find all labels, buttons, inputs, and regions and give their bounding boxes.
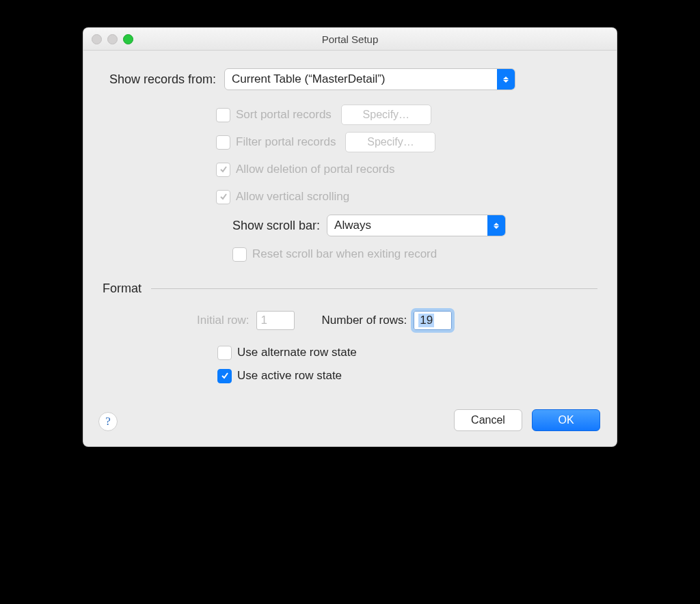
alt-row-label: Use alternate row state xyxy=(237,346,357,359)
options-block: Sort portal records Specify… Filter port… xyxy=(216,101,597,268)
initial-row-field[interactable]: 1 xyxy=(256,311,295,330)
content-area: Show records from: Current Table (“Maste… xyxy=(83,51,617,400)
cancel-button[interactable]: Cancel xyxy=(454,409,522,431)
allow-scroll-checkbox[interactable] xyxy=(216,190,230,204)
allow-scroll-label: Allow vertical scrolling xyxy=(236,190,349,204)
allow-scroll-row: Allow vertical scrolling xyxy=(216,183,597,210)
reset-scroll-label: Reset scroll bar when exiting record xyxy=(252,247,437,261)
show-records-row: Show records from: Current Table (“Maste… xyxy=(103,68,597,90)
show-records-value: Current Table (“MasterDetail”) xyxy=(232,72,386,86)
scrollbar-value: Always xyxy=(334,219,371,232)
active-row-label: Use active row state xyxy=(237,369,342,383)
active-row-state-row: Use active row state xyxy=(217,364,597,387)
stepper-icon xyxy=(487,215,505,236)
scrollbar-popup[interactable]: Always xyxy=(327,215,506,236)
window-title: Portal Setup xyxy=(83,33,617,45)
sort-records-row: Sort portal records Specify… xyxy=(216,101,597,128)
divider xyxy=(151,288,597,289)
allow-delete-checkbox[interactable] xyxy=(216,163,230,177)
format-row: Initial row: 1 Number of rows: 19 xyxy=(103,311,597,330)
num-rows-label: Number of rows: xyxy=(322,314,407,327)
scrollbar-label: Show scroll bar: xyxy=(232,219,320,233)
show-records-label: Show records from: xyxy=(103,72,224,87)
reset-scroll-row: Reset scroll bar when exiting record xyxy=(232,241,597,268)
sort-records-checkbox[interactable] xyxy=(216,108,230,122)
scrollbar-row: Show scroll bar: Always xyxy=(216,210,597,241)
footer: ? Cancel OK xyxy=(83,400,617,446)
portal-setup-window: Portal Setup Show records from: Current … xyxy=(83,27,617,447)
allow-delete-row: Allow deletion of portal records xyxy=(216,156,597,183)
alt-row-state-row: Use alternate row state xyxy=(217,341,597,364)
filter-records-checkbox[interactable] xyxy=(216,135,230,150)
reset-scroll-checkbox[interactable] xyxy=(232,247,247,262)
active-row-checkbox[interactable] xyxy=(217,369,232,383)
alt-row-checkbox[interactable] xyxy=(217,346,232,360)
sort-records-label: Sort portal records xyxy=(236,108,332,122)
show-records-popup[interactable]: Current Table (“MasterDetail”) xyxy=(224,68,515,90)
stepper-icon xyxy=(497,69,515,90)
sort-specify-button[interactable]: Specify… xyxy=(341,105,431,125)
format-checkboxes: Use alternate row state Use active row s… xyxy=(103,341,597,387)
filter-records-label: Filter portal records xyxy=(236,135,336,149)
format-heading: Format xyxy=(103,282,142,296)
help-button[interactable]: ? xyxy=(98,412,118,431)
ok-button[interactable]: OK xyxy=(532,409,600,431)
initial-row-label: Initial row: xyxy=(197,314,250,327)
allow-delete-label: Allow deletion of portal records xyxy=(236,163,394,176)
format-heading-row: Format xyxy=(103,282,597,296)
titlebar: Portal Setup xyxy=(83,28,617,51)
filter-records-row: Filter portal records Specify… xyxy=(216,128,597,156)
filter-specify-button[interactable]: Specify… xyxy=(345,132,435,152)
num-rows-field[interactable]: 19 xyxy=(414,311,452,330)
